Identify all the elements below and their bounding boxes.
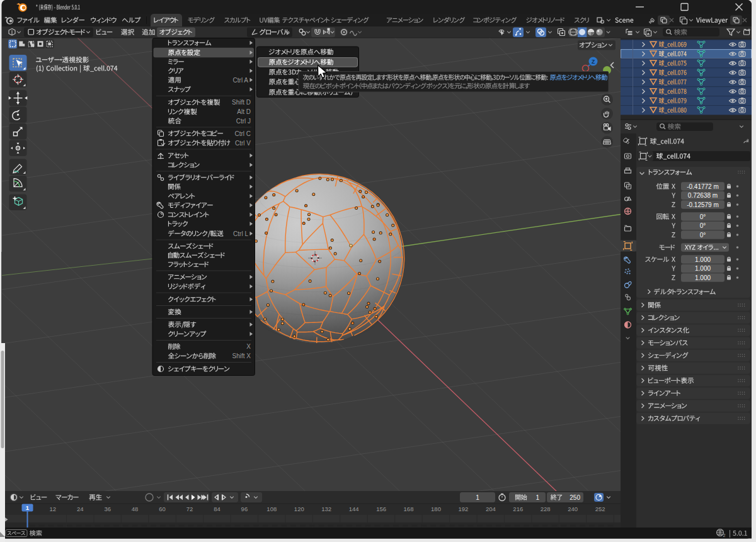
- svg-text:12: 12: [50, 505, 57, 512]
- svg-text:72: 72: [186, 505, 193, 512]
- svg-text:250: 250: [570, 494, 580, 501]
- svg-text:0.72638 m: 0.72638 m: [688, 192, 718, 199]
- svg-text:60: 60: [159, 505, 166, 512]
- svg-text:-0.41772 m: -0.41772 m: [687, 183, 719, 190]
- svg-text:0°: 0°: [700, 232, 706, 239]
- svg-text:Ctrl C: Ctrl C: [234, 130, 251, 137]
- svg-text:1.000: 1.000: [695, 274, 711, 281]
- svg-text:132: 132: [321, 505, 331, 512]
- svg-text:Shift D: Shift D: [232, 99, 251, 106]
- svg-text:84: 84: [214, 505, 220, 512]
- svg-text:Ctrl L: Ctrl L: [233, 230, 248, 237]
- svg-text:192: 192: [458, 505, 468, 512]
- svg-text:168: 168: [404, 505, 414, 512]
- svg-text:216: 216: [513, 505, 523, 512]
- svg-text:Ctrl A: Ctrl A: [233, 77, 249, 84]
- svg-text:X: X: [246, 343, 251, 350]
- svg-text:Ctrl J: Ctrl J: [236, 118, 251, 125]
- svg-text:1.000: 1.000: [695, 256, 711, 263]
- svg-text:240: 240: [568, 505, 578, 512]
- svg-text:156: 156: [376, 505, 386, 512]
- svg-text:1.000: 1.000: [695, 265, 711, 272]
- svg-text:0°: 0°: [700, 213, 706, 220]
- svg-text:144: 144: [349, 505, 359, 512]
- svg-text:2: 2: [723, 533, 726, 538]
- svg-text:Z: Z: [592, 59, 595, 65]
- svg-text:Shift X: Shift X: [232, 353, 251, 359]
- svg-text:Ctrl V: Ctrl V: [235, 140, 251, 147]
- svg-text:228: 228: [541, 505, 551, 512]
- svg-text:24: 24: [77, 505, 84, 512]
- svg-text:48: 48: [132, 505, 139, 512]
- svg-text:204: 204: [486, 505, 496, 512]
- svg-text:108: 108: [266, 505, 277, 512]
- svg-text:0°: 0°: [700, 222, 706, 229]
- svg-text:1: 1: [26, 504, 30, 511]
- svg-text:252: 252: [595, 505, 605, 512]
- svg-text:1: 1: [476, 494, 479, 501]
- svg-text:180: 180: [431, 505, 441, 512]
- svg-text:36: 36: [104, 505, 111, 512]
- svg-text:96: 96: [241, 505, 248, 512]
- svg-text:Alt D: Alt D: [237, 108, 251, 115]
- svg-text:-0.12579 m: -0.12579 m: [687, 201, 719, 208]
- svg-text:120: 120: [294, 505, 304, 512]
- svg-text:1: 1: [536, 494, 539, 501]
